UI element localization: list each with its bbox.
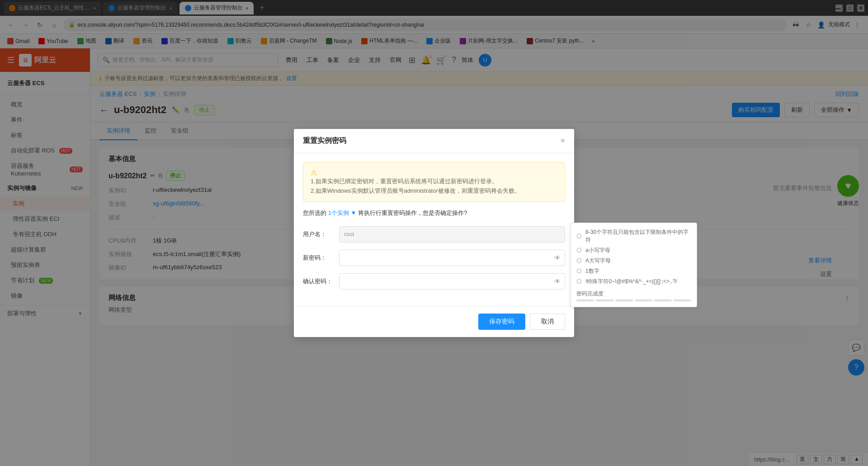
modal-footer: 保存密码 取消 — [294, 306, 574, 337]
tooltip-dot-2 — [576, 247, 582, 253]
alert-line-2: 2.如果Windows实例默认管理员账号administrator被修改，则重置… — [311, 186, 557, 196]
tooltip-dot-3 — [576, 258, 582, 263]
new-password-input[interactable] — [339, 250, 565, 266]
cancel-button[interactable]: 取消 — [530, 314, 565, 330]
confirm-password-eye-icon[interactable]: 👁 — [554, 278, 561, 285]
strength-seg-2 — [596, 300, 613, 301]
strength-seg-6 — [674, 300, 691, 301]
strength-seg-3 — [615, 300, 633, 301]
password-eye-icon[interactable]: 👁 — [554, 254, 561, 262]
strength-seg-5 — [654, 300, 672, 301]
strength-section: 密码完成度 — [576, 290, 691, 301]
tooltip-rule-2-text: a小写字母 — [585, 247, 610, 254]
username-input — [339, 226, 565, 243]
confirm-suffix: 将执行行重置密码操作，您是否确定操作? — [358, 209, 467, 216]
confirm-password-label: 确认密码： — [303, 277, 339, 285]
confirm-highlight-text: 1个实例 — [328, 209, 349, 216]
tooltip-rule-1: 8-30个字符且只能包含以下限制条件中的字符 — [576, 228, 691, 244]
strength-seg-4 — [635, 300, 652, 301]
strength-label-row: 密码完成度 — [576, 290, 691, 298]
modal-body: ⚠ 1.如果实例已绑定密钥对，重置密码后系统将可以通过新密码进行登录。 2.如果… — [294, 153, 574, 306]
save-password-button[interactable]: 保存密码 — [478, 314, 525, 330]
modal-title: 重置实例密码 — [303, 136, 346, 146]
tooltip-rule-5: !特殊字符0~!@#$%^&*-_+=|{}[]:;<>,.?/ — [576, 278, 691, 285]
new-password-label: 新密码： — [303, 254, 339, 262]
tooltip-dot-5 — [576, 279, 582, 284]
modal-header: 重置实例密码 × — [294, 129, 574, 153]
strength-seg-1 — [576, 300, 594, 301]
tooltip-dot-1 — [576, 233, 582, 239]
modal-alert-box: ⚠ 1.如果实例已绑定密钥对，重置密码后系统将可以通过新密码进行登录。 2.如果… — [303, 162, 565, 202]
modal-close-button[interactable]: × — [560, 136, 565, 146]
tooltip-rule-4: 1数字 — [576, 267, 691, 275]
strength-label: 密码完成度 — [576, 290, 604, 298]
confirm-text: 您所选的 1个实例 ▼ 将执行行重置密码操作，您是否确定操作? — [303, 209, 565, 217]
confirm-password-input-wrap: 👁 — [339, 273, 565, 290]
tooltip-rule-2: a小写字母 — [576, 247, 691, 254]
alert-line-1: 1.如果实例已绑定密钥对，重置密码后系统将可以通过新密码进行登录。 — [311, 177, 557, 186]
username-input-wrap — [339, 226, 565, 243]
alert-icon: ⚠ — [311, 169, 317, 176]
tooltip-rule-4-text: 1数字 — [585, 267, 599, 275]
confirm-prefix: 您所选的 — [303, 209, 326, 216]
tooltip-dot-4 — [576, 268, 582, 274]
tooltip-rule-3-text: A大写字母 — [585, 257, 611, 265]
username-form-item: 用户名： — [303, 226, 565, 243]
password-tooltip: 8-30个字符且只能包含以下限制条件中的字符 a小写字母 A大写字母 — [571, 223, 697, 307]
modal-overlay[interactable]: 重置实例密码 × ⚠ 1.如果实例已绑定密钥对，重置密码后系统将可以通过新密码进… — [0, 0, 868, 466]
reset-password-modal: 重置实例密码 × ⚠ 1.如果实例已绑定密钥对，重置密码后系统将可以通过新密码进… — [294, 129, 574, 337]
new-password-input-wrap: 👁 8-30个字符且只能包含以下限制条件中的字符 a小写字母 — [339, 250, 565, 266]
alert-text: 1.如果实例已绑定密钥对，重置密码后系统将可以通过新密码进行登录。 2.如果Wi… — [311, 177, 557, 196]
confirm-highlight[interactable]: 1个实例 ▼ — [328, 209, 358, 216]
strength-bar — [576, 300, 691, 301]
tooltip-rule-5-text: !特殊字符0~!@#$%^&*-_+=|{}[]:;<>,.?/ — [585, 278, 677, 285]
username-label: 用户名： — [303, 230, 339, 238]
tooltip-rule-1-text: 8-30个字符且只能包含以下限制条件中的字符 — [585, 228, 691, 244]
new-password-form-item: 新密码： 👁 8-30个字符且只能包含以下限制条件中的字符 a小写字母 — [303, 250, 565, 266]
confirm-password-form-item: 确认密码： 👁 — [303, 273, 565, 290]
tooltip-rule-3: A大写字母 — [576, 257, 691, 265]
confirm-password-input[interactable] — [339, 273, 565, 290]
confirm-dropdown-arrow: ▼ — [350, 209, 356, 216]
